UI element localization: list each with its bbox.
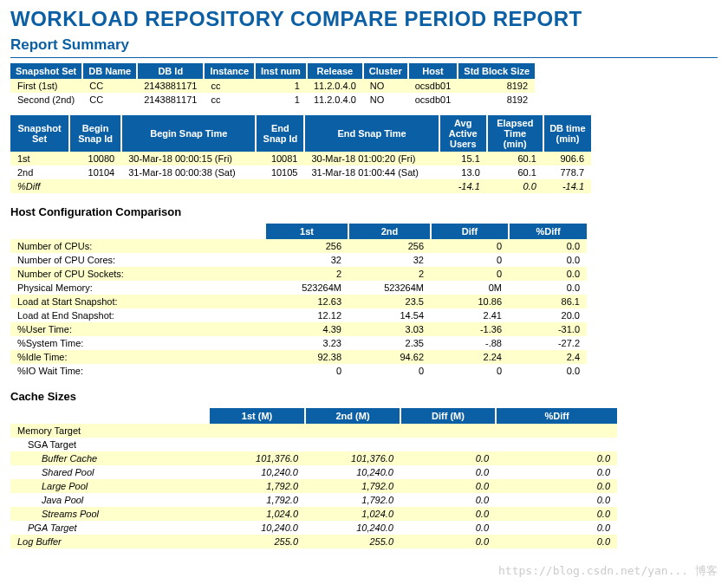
cell: 1,024.0 (305, 507, 400, 521)
table-row: Streams Pool1,024.01,024.00.00.0 (10, 507, 617, 521)
cell: 0.0 (496, 493, 617, 507)
cell: 1st (10, 152, 69, 165)
cell: 1,792.0 (305, 493, 400, 507)
cell: 2143881171 (137, 93, 204, 107)
host-config-table: 1st2ndDiff%Diff Number of CPUs:25625600.… (10, 224, 587, 378)
cell: 2.41 (431, 308, 509, 322)
table-row: SGA Target (10, 438, 617, 451)
cell: NO (363, 79, 408, 93)
cell: 0.0 (400, 479, 496, 493)
cell (256, 179, 304, 193)
col-header: 1st (266, 224, 348, 239)
col-header: Snapshot Set (10, 115, 69, 152)
cell: 255.0 (305, 535, 400, 548)
cell: %Diff (10, 179, 69, 193)
cell: 0 (431, 239, 509, 253)
cell: 94.62 (348, 350, 431, 364)
cell (210, 438, 305, 451)
cell: 10081 (256, 152, 304, 165)
cell: 2.35 (348, 336, 431, 350)
cell: 10080 (69, 152, 121, 165)
cell: ocsdb01 (408, 79, 458, 93)
snapshot-time-table: Snapshot SetBegin Snap IdBegin Snap Time… (10, 115, 591, 193)
table-row: 1st1008030-Mar-18 00:00:15 (Fri)1008130-… (10, 152, 591, 165)
table-row: Log Buffer255.0255.00.00.0 (10, 535, 617, 548)
cell: 906.6 (543, 152, 591, 165)
table-row: %IO Wait Time:0000.0 (10, 364, 587, 378)
cell: CC (82, 93, 137, 107)
col-header: DB Name (82, 63, 137, 79)
cell: Log Buffer (10, 535, 210, 548)
cell: -27.2 (509, 336, 587, 350)
cell: 0 (431, 267, 509, 281)
cell: -14.1 (439, 179, 487, 193)
cell: 1,792.0 (210, 493, 305, 507)
snapshot-set-table: Snapshot SetDB NameDB IdInstanceInst num… (10, 63, 535, 107)
cell: -14.1 (543, 179, 591, 193)
cell: 8192 (458, 93, 535, 107)
cell: Load at Start Snapshot: (10, 295, 266, 308)
cell: 10105 (256, 165, 304, 179)
table-row: Java Pool1,792.01,792.00.00.0 (10, 493, 617, 507)
cell: 10,240.0 (210, 521, 305, 535)
cell: 30-Mar-18 00:00:15 (Fri) (121, 152, 256, 165)
cell: 2143881171 (137, 79, 204, 93)
cell: 0.0 (509, 267, 587, 281)
cell: 1,792.0 (305, 479, 400, 493)
cell: cc (204, 79, 255, 93)
cell (304, 179, 439, 193)
cell: 60.1 (487, 165, 543, 179)
col-header: 2nd (348, 224, 431, 239)
table-row: Second (2nd)CC2143881171cc111.2.0.4.0NOo… (10, 93, 535, 107)
col-header: Begin Snap Id (69, 115, 121, 152)
cell: 0.0 (496, 465, 617, 479)
cell: ocsdb01 (408, 93, 458, 107)
cell: 255.0 (210, 535, 305, 548)
cell: Streams Pool (10, 507, 210, 521)
cell: 256 (348, 239, 431, 253)
col-header: End Snap Time (304, 115, 439, 152)
col-header: Instance (204, 63, 255, 79)
cell (305, 424, 400, 438)
cell: %Idle Time: (10, 350, 266, 364)
cell: %User Time: (10, 322, 266, 336)
cell: 86.1 (509, 295, 587, 308)
cell: 0.0 (496, 535, 617, 548)
cell: 3.23 (266, 336, 348, 350)
cell: 0.0 (496, 521, 617, 535)
cell: 10,240.0 (305, 465, 400, 479)
col-header: Avg Active Users (439, 115, 487, 152)
cell: 10.86 (431, 295, 509, 308)
cell: Buffer Cache (10, 451, 210, 465)
cell: 4.39 (266, 322, 348, 336)
cell: -31.0 (509, 322, 587, 336)
cell: 0.0 (400, 493, 496, 507)
cell: 0.0 (509, 281, 587, 295)
cell: SGA Target (10, 438, 210, 451)
col-header: Std Block Size (458, 63, 535, 79)
table-row: Number of CPUs:25625600.0 (10, 239, 587, 253)
cell (400, 438, 496, 451)
cell: 11.2.0.4.0 (307, 79, 363, 93)
cell: 523264M (348, 281, 431, 295)
report-summary-heading: Report Summary (10, 36, 718, 58)
col-header: DB time (min) (543, 115, 591, 152)
cell: 0.0 (400, 535, 496, 548)
cell: 0 (266, 364, 348, 378)
page-title: WORKLOAD REPOSITORY COMPARE PERIOD REPOR… (10, 7, 718, 31)
table-row: PGA Target10,240.010,240.00.00.0 (10, 521, 617, 535)
cell: Physical Memory: (10, 281, 266, 295)
cell: 2 (348, 267, 431, 281)
cell: 3.03 (348, 322, 431, 336)
table-row: Load at Start Snapshot:12.6323.510.8686.… (10, 295, 587, 308)
watermark-text: https://blog.csdn.net/yan... 博客 (498, 563, 718, 564)
cell: 60.1 (487, 152, 543, 165)
cell: Number of CPU Cores: (10, 253, 266, 267)
cell: 20.0 (509, 308, 587, 322)
cell: 12.63 (266, 295, 348, 308)
cell: Number of CPU Sockets: (10, 267, 266, 281)
table-row: 2nd1010431-Mar-18 00:00:38 (Sat)1010531-… (10, 165, 591, 179)
cell: 2 (266, 267, 348, 281)
cell: 10104 (69, 165, 121, 179)
col-header: 2nd (M) (305, 408, 400, 424)
